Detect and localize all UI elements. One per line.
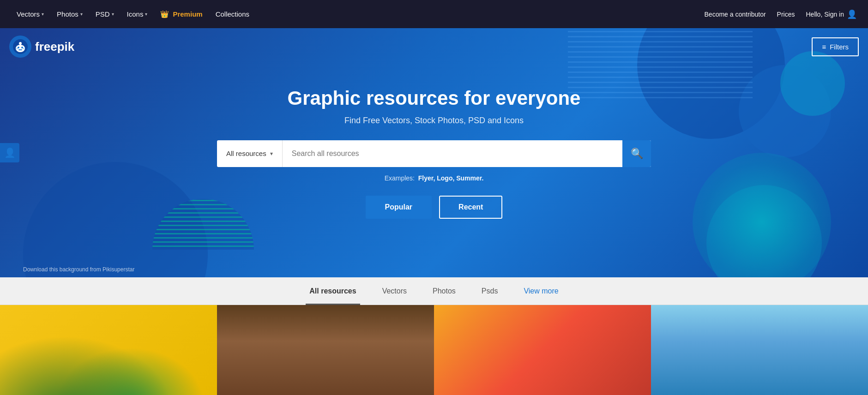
user-icon: 👤 <box>847 9 857 19</box>
nav-item-icons[interactable]: Icons ▾ <box>121 6 153 22</box>
bg-teal-circle <box>693 153 831 277</box>
hero-subtitle: Find Free Vectors, Stock Photos, PSD and… <box>217 116 651 126</box>
search-icon: 🔍 <box>631 148 643 160</box>
nav-psd-label: PSD <box>96 10 110 18</box>
tab-vectors[interactable]: Vectors <box>379 277 410 305</box>
nav-item-collections[interactable]: Collections <box>210 6 255 22</box>
svg-point-3 <box>21 47 23 48</box>
svg-rect-6 <box>20 44 21 46</box>
nav-item-photos[interactable]: Photos ▾ <box>51 6 88 22</box>
signin-link[interactable]: Hello, Sign in 👤 <box>806 9 857 19</box>
logo-text: freepik <box>35 40 74 54</box>
examples-label: Examples: <box>385 174 415 182</box>
left-user-icon[interactable]: 👤 <box>0 143 19 162</box>
tab-photos[interactable]: Photos <box>429 277 459 305</box>
search-category-dropdown[interactable]: All resources ▾ <box>217 140 283 167</box>
user-icon-symbol: 👤 <box>4 147 16 158</box>
filters-icon: ≡ <box>822 43 826 51</box>
tab-all-resources[interactable]: All resources <box>306 277 360 305</box>
tab-psds-label: Psds <box>482 287 498 295</box>
nav-collections-label: Collections <box>216 10 249 18</box>
thumbnail-2[interactable] <box>217 305 434 395</box>
nav-left: Vectors ▾ Photos ▾ PSD ▾ Icons ▾ 👑 Premi… <box>11 6 705 22</box>
thumbnail-1[interactable] <box>0 305 217 395</box>
tab-all-resources-label: All resources <box>309 287 356 295</box>
top-navigation: Vectors ▾ Photos ▾ PSD ▾ Icons ▾ 👑 Premi… <box>0 0 868 28</box>
nav-icons-label: Icons <box>127 10 144 18</box>
logo-robot-icon <box>9 36 31 58</box>
nav-vectors-label: Vectors <box>17 10 40 18</box>
nav-item-premium[interactable]: 👑 Premium <box>155 6 208 22</box>
tab-photos-label: Photos <box>433 287 456 295</box>
thumbnail-4[interactable] <box>651 305 868 395</box>
search-bar: All resources ▾ 🔍 <box>217 140 651 167</box>
thumbnail-strip <box>0 305 868 395</box>
thumbnail-3[interactable] <box>434 305 651 395</box>
nav-item-psd[interactable]: PSD ▾ <box>90 6 120 22</box>
chevron-down-icon: ▾ <box>80 12 83 17</box>
chevron-down-icon: ▾ <box>42 12 44 17</box>
svg-rect-4 <box>18 49 22 50</box>
search-category-label: All resources <box>226 150 266 157</box>
recent-button[interactable]: Recent <box>439 196 502 219</box>
nav-item-vectors[interactable]: Vectors ▾ <box>11 6 49 22</box>
hero-title: Graphic resources for everyone <box>217 87 651 109</box>
chevron-down-icon: ▾ <box>145 12 147 17</box>
category-tabs: All resources Vectors Photos Psds View m… <box>0 277 868 305</box>
hero-buttons: Popular Recent <box>217 196 651 219</box>
popular-button[interactable]: Popular <box>366 196 432 219</box>
signin-label: Hello, Sign in <box>806 11 844 18</box>
palm-leaves-image <box>0 305 217 395</box>
logo-area[interactable]: freepik <box>9 36 74 58</box>
become-contributor-link[interactable]: Become a contributor <box>705 11 766 18</box>
chevron-down-icon: ▾ <box>112 12 114 17</box>
examples-text: Flyer, Logo, Summer. <box>418 174 484 182</box>
hero-content: Graphic resources for everyone Find Free… <box>217 87 651 219</box>
svg-point-2 <box>18 47 19 48</box>
hero-attribution: Download this background from Pikisupers… <box>23 266 134 273</box>
tab-vectors-label: Vectors <box>382 287 407 295</box>
svg-point-7 <box>17 48 18 49</box>
nav-right: Become a contributor Prices Hello, Sign … <box>705 9 857 19</box>
tab-view-more-label: View more <box>524 287 558 295</box>
search-input[interactable] <box>283 140 622 167</box>
prices-link[interactable]: Prices <box>777 11 795 18</box>
filters-label: Filters <box>830 43 849 51</box>
search-button[interactable]: 🔍 <box>622 140 651 167</box>
tab-view-more[interactable]: View more <box>520 277 562 305</box>
filters-button[interactable]: ≡ Filters <box>812 37 859 56</box>
hero-section: freepik ≡ Filters 👤 Graphic resources fo… <box>0 28 868 277</box>
nav-photos-label: Photos <box>57 10 78 18</box>
crown-icon: 👑 <box>160 10 169 18</box>
dropdown-chevron-icon: ▾ <box>270 150 273 157</box>
bg-circle-3 <box>780 51 845 116</box>
svg-point-8 <box>23 48 24 49</box>
tab-psds[interactable]: Psds <box>478 277 502 305</box>
nav-premium-label: Premium <box>173 10 202 18</box>
search-examples: Examples: Flyer, Logo, Summer. <box>217 174 651 182</box>
